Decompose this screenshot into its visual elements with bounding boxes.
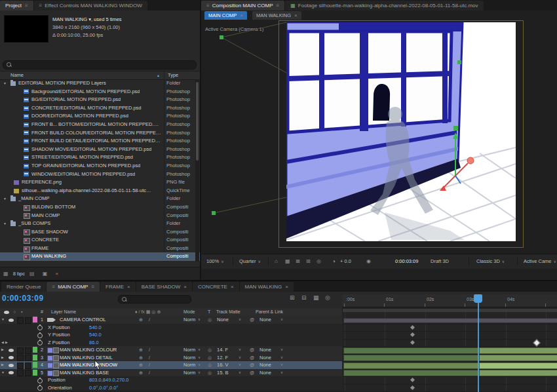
project-row[interactable]: FRAMECompositi [0,245,200,253]
eye-icon[interactable] [9,371,14,374]
roi-icon[interactable]: ⌂ [275,254,278,269]
audio-toggle[interactable] [17,347,24,354]
close-icon[interactable]: × [231,284,234,290]
project-column-headers[interactable]: Name ▴ Type [0,71,200,80]
solo-toggle[interactable] [25,355,31,361]
renderer-select[interactable]: Classic 3D∨ [476,254,505,269]
layer-name[interactable]: MAN WALKING WINDOW [60,361,117,369]
panel-menu-icon[interactable]: ≡ [91,284,94,290]
stopwatch-icon[interactable] [37,378,43,383]
eye-icon[interactable] [9,364,14,367]
close-icon[interactable]: × [285,284,288,290]
composition-canvas[interactable] [286,22,516,241]
quality-switch-icon[interactable]: / [149,316,150,324]
property-name[interactable]: Y Position [48,331,70,339]
audio-column-icon[interactable]: ○ [13,308,16,316]
parent-select[interactable]: None [259,354,271,362]
layer-bar[interactable] [343,347,480,354]
layer-color-swatch[interactable] [33,362,37,368]
video-column-icon[interactable] [4,311,9,314]
snapshot-icon[interactable]: ◉ [366,254,371,269]
header-t[interactable]: T [208,308,210,316]
exposure-value[interactable]: + 0.0 [340,254,351,269]
quality-switch-icon[interactable]: / [149,369,150,377]
project-row-folder[interactable]: ▼_SUB COMPSFolder [0,220,200,228]
panel-menu-icon[interactable]: ≡ [277,3,280,9]
keyframe-icon[interactable] [533,339,540,346]
layer-color-swatch[interactable] [33,355,37,361]
project-row[interactable]: BASE SHADOWCompositi [0,228,200,237]
parent-pickwhip-icon[interactable]: @ [250,354,254,362]
parent-select[interactable]: None [259,369,271,377]
tab-project[interactable]: Project≡ [0,1,33,10]
project-row[interactable]: BG/EDITORIAL MOTION PREPPED.psdPhotoshop [0,96,200,104]
project-scrollbar[interactable] [195,79,199,262]
parent-pickwhip-icon[interactable]: @ [250,361,254,369]
tab-composition[interactable]: ≡Composition MAIN COMP≡ [201,1,284,10]
header-number[interactable]: # [41,308,43,316]
blend-mode-select[interactable]: Norm [183,354,195,362]
tab-effect-controls[interactable]: ≡Effect Controls MAN WALKING WINDOW [34,1,147,10]
tab-render-queue[interactable]: Render Queue [1,282,46,292]
collapse-switch-icon[interactable]: ⊕ [139,346,143,354]
project-row[interactable]: BULDING BOTTOMCompositi [0,203,200,212]
track-matte-select[interactable]: 12. F [217,354,228,362]
layer-bar[interactable] [343,370,480,376]
collapse-switch-icon[interactable]: ⊕ [139,369,143,377]
layer-name[interactable]: MAN WALKING DETAIL [60,354,113,362]
project-row[interactable]: TOP GRAIN/EDITORIAL MOTION PREPPED.psdPh… [0,162,200,170]
eye-icon[interactable] [9,349,14,352]
twirl-open-icon[interactable]: ▼ [3,220,7,228]
keyframe-icon[interactable] [410,332,415,337]
exposure-icon[interactable]: ◑ [332,254,336,269]
project-row-folder[interactable]: ▼_MAIN COMPFolder [0,195,200,203]
interpret-footage-icon[interactable]: ▦ [3,271,9,277]
layer-bar[interactable] [479,363,557,369]
close-icon[interactable]: × [183,284,187,290]
layer-bar[interactable] [343,318,557,323]
layer-bar[interactable] [479,370,557,376]
quality-switch-icon[interactable]: / [149,346,150,354]
project-row-selected[interactable]: MAN WALKINGCompositi [0,252,200,261]
parent-select[interactable]: None [259,361,271,369]
project-row[interactable]: FRONT BUILD DETAIL/EDITORIAL MOTION PREP… [0,137,200,146]
preserve-transparency-toggle[interactable]: ◎ [208,316,212,324]
project-row[interactable]: CONCRETE/EDITORIAL MOTION PREPPED.psdPho… [0,104,200,113]
composition-mini-flowchart-icon[interactable]: ⊞ [290,294,295,301]
project-row[interactable]: CONCRETECompositi [0,236,200,245]
stopwatch-icon[interactable] [37,333,43,338]
audio-toggle[interactable] [17,355,24,361]
property-name[interactable]: Position [48,376,66,384]
blend-mode-select[interactable]: Norm [183,346,195,354]
solo-toggle[interactable] [25,347,31,354]
time-ruler[interactable]: :00s 01s 02s 03s 04s [342,294,557,307]
audio-toggle[interactable] [17,370,24,376]
tab-base-shadow[interactable]: BASE SHADOW× [136,282,192,292]
header-track-matte[interactable]: Track Matte [216,308,240,316]
collapse-switch-icon[interactable]: ⊕ [139,354,143,362]
property-value[interactable]: 540.0 [89,331,102,339]
header-layer-name[interactable]: Layer Name [51,308,76,316]
layer-name[interactable]: MAN WALKING COLOUR [60,346,117,354]
lock-column-icon[interactable]: ▪ [21,308,22,316]
new-folder-icon[interactable]: ▤ [29,271,35,277]
graph-editor-icon[interactable]: ◎ [325,294,330,301]
project-row[interactable]: STREET/EDITORIAL MOTION PREPPED.psdPhoto… [0,153,200,162]
collapse-switch-icon[interactable]: ⊕ [139,361,143,369]
layer-color-swatch[interactable] [33,370,37,376]
shy-icon[interactable]: ▦ [313,294,319,301]
draft-3d-toggle[interactable]: Draft 3D [431,254,449,269]
property-name[interactable]: Z Position [48,339,69,347]
channel-icon[interactable]: ◎ [317,254,321,269]
next-keyframe-icon[interactable]: ▶ [5,339,8,347]
layer-bar[interactable] [479,355,557,361]
track-matte-select[interactable]: 14. F [217,346,228,354]
twirl-open-icon[interactable]: ▼ [3,195,7,203]
audio-toggle[interactable] [17,363,24,369]
parent-select[interactable]: None [259,316,271,324]
guides-icon[interactable]: ⊞ [306,254,311,269]
tab-man-walking[interactable]: MAN WALKING× [240,282,294,292]
timeline-search-input[interactable] [118,295,191,304]
solo-toggle[interactable] [25,317,31,324]
preserve-transparency-toggle[interactable]: ◎ [208,354,212,362]
